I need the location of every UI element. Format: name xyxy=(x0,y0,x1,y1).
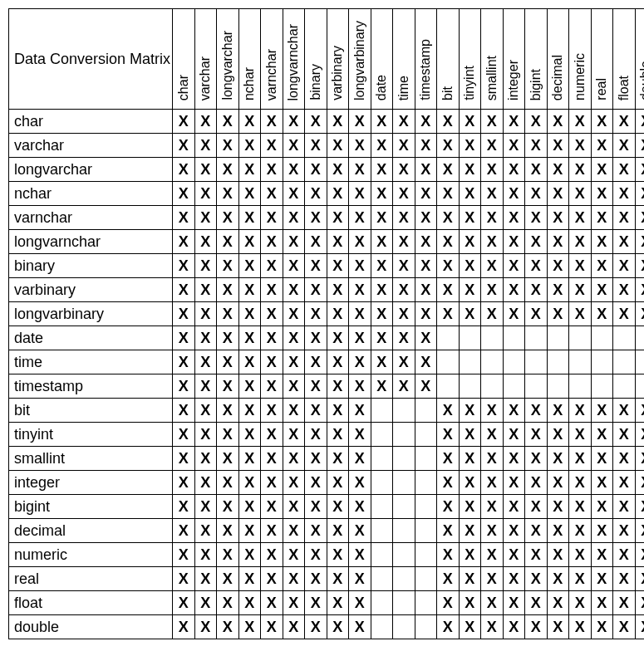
row-header: numeric xyxy=(9,543,173,567)
matrix-cell: X xyxy=(547,230,569,254)
matrix-cell: X xyxy=(371,182,393,206)
matrix-cell: X xyxy=(503,254,525,278)
matrix-cell: X xyxy=(238,567,261,591)
matrix-cell: X xyxy=(525,134,548,158)
matrix-cell: X xyxy=(217,399,239,423)
matrix-cell: X xyxy=(305,302,327,326)
matrix-cell: X xyxy=(437,543,460,567)
matrix-cell: X xyxy=(194,471,217,495)
matrix-cell: X xyxy=(547,399,569,423)
matrix-cell: X xyxy=(503,543,525,567)
matrix-cell: X xyxy=(525,591,548,615)
matrix-cell: X xyxy=(503,182,525,206)
matrix-cell: X xyxy=(415,302,437,326)
table-row: varncharXXXXXXXXXXXXXXXXXXXXXX xyxy=(9,206,645,230)
matrix-cell: X xyxy=(569,567,592,591)
matrix-cell: X xyxy=(327,471,349,495)
matrix-cell: X xyxy=(569,182,592,206)
matrix-cell: X xyxy=(415,182,437,206)
matrix-cell: X xyxy=(173,471,195,495)
matrix-cell: X xyxy=(437,519,460,543)
matrix-cell xyxy=(547,374,569,399)
matrix-cell: X xyxy=(459,206,481,230)
matrix-cell xyxy=(415,519,437,543)
matrix-cell xyxy=(393,615,415,639)
matrix-cell: X xyxy=(283,134,305,158)
matrix-cell: X xyxy=(635,423,644,447)
matrix-cell: X xyxy=(283,254,305,278)
matrix-cell: X xyxy=(305,374,327,399)
matrix-cell xyxy=(415,567,437,591)
matrix-cell: X xyxy=(349,134,371,158)
matrix-cell: X xyxy=(459,447,481,471)
matrix-cell: X xyxy=(173,350,195,374)
matrix-cell: X xyxy=(459,519,481,543)
matrix-cell: X xyxy=(217,471,239,495)
matrix-cell: X xyxy=(238,206,261,230)
matrix-cell: X xyxy=(635,254,644,278)
matrix-cell: X xyxy=(547,110,569,134)
matrix-cell xyxy=(547,326,569,350)
matrix-cell: X xyxy=(591,134,613,158)
matrix-cell: X xyxy=(305,543,327,567)
matrix-cell: X xyxy=(415,134,437,158)
matrix-cell: X xyxy=(437,134,460,158)
matrix-cell xyxy=(415,495,437,519)
matrix-cell: X xyxy=(173,326,195,350)
matrix-cell xyxy=(437,326,460,350)
matrix-cell: X xyxy=(525,495,548,519)
matrix-cell: X xyxy=(238,254,261,278)
matrix-cell: X xyxy=(283,423,305,447)
col-header-label: float xyxy=(617,72,632,105)
col-header-label: nchar xyxy=(242,64,257,105)
matrix-cell: X xyxy=(283,182,305,206)
matrix-cell: X xyxy=(217,158,239,182)
matrix-cell: X xyxy=(437,495,460,519)
matrix-cell: X xyxy=(613,134,636,158)
col-header-label: bit xyxy=(440,83,455,105)
row-header: float xyxy=(9,591,173,615)
matrix-cell: X xyxy=(569,302,592,326)
matrix-cell: X xyxy=(327,182,349,206)
matrix-cell: X xyxy=(525,423,548,447)
matrix-cell xyxy=(591,326,613,350)
matrix-cell: X xyxy=(437,567,460,591)
matrix-cell: X xyxy=(393,206,415,230)
matrix-cell: X xyxy=(261,110,283,134)
matrix-cell xyxy=(569,350,592,374)
matrix-cell: X xyxy=(613,158,636,182)
matrix-cell: X xyxy=(238,447,261,471)
matrix-cell: X xyxy=(569,254,592,278)
matrix-cell: X xyxy=(569,278,592,302)
matrix-cell: X xyxy=(261,278,283,302)
matrix-cell: X xyxy=(173,567,195,591)
matrix-cell: X xyxy=(591,591,613,615)
table-row: binaryXXXXXXXXXXXXXXXXXXXXXX xyxy=(9,254,645,278)
col-header-label: date xyxy=(374,71,389,105)
col-header: longvarbinary xyxy=(349,9,371,110)
matrix-cell: X xyxy=(547,254,569,278)
matrix-cell: X xyxy=(349,495,371,519)
matrix-cell xyxy=(415,543,437,567)
matrix-cell: X xyxy=(503,158,525,182)
matrix-cell: X xyxy=(437,278,460,302)
matrix-cell: X xyxy=(393,326,415,350)
matrix-cell: X xyxy=(635,495,644,519)
matrix-cell: X xyxy=(238,302,261,326)
matrix-cell: X xyxy=(635,399,644,423)
matrix-cell: X xyxy=(261,134,283,158)
conversion-matrix-table: Data Conversion Matrix charvarcharlongva… xyxy=(8,8,644,639)
matrix-cell: X xyxy=(481,158,504,182)
matrix-cell: X xyxy=(238,350,261,374)
col-header: longvarchar xyxy=(217,9,239,110)
matrix-cell xyxy=(371,591,393,615)
matrix-cell: X xyxy=(283,567,305,591)
matrix-cell: X xyxy=(194,182,217,206)
matrix-cell: X xyxy=(525,567,548,591)
col-header-label: varnchar xyxy=(264,46,279,105)
col-header-label: timestamp xyxy=(418,36,433,105)
col-header: float xyxy=(613,9,636,110)
col-header-label: longvarnchar xyxy=(286,21,301,106)
col-header: char xyxy=(173,9,195,110)
matrix-cell: X xyxy=(194,495,217,519)
